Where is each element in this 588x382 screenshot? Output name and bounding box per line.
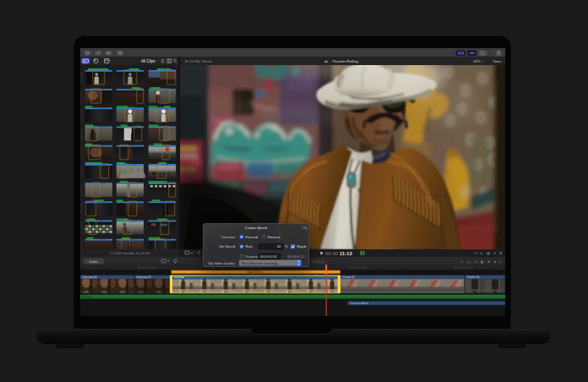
svg-text:Ripple: Ripple — [297, 244, 308, 248]
svg-text:69%: 69% — [474, 58, 482, 63]
svg-text:View: View — [493, 58, 502, 63]
svg-text:All Clips: All Clips — [141, 58, 155, 63]
svg-text:00:00:10:00: 00:00:10:00 — [141, 266, 156, 270]
svg-text:≋: ≋ — [493, 251, 496, 255]
svg-text:Direction:: Direction: — [221, 234, 236, 238]
svg-text:Index: Index — [90, 259, 98, 263]
svg-text:1 of 203 selected, 1m 54.16s: 1 of 203 selected, 1m 54.16s — [110, 252, 150, 255]
svg-text:Walking: Walking — [174, 276, 184, 279]
svg-text:11:12: 11:12 — [340, 250, 352, 255]
svg-text:4K 23.98p, Stereo: 4K 23.98p, Stereo — [185, 58, 213, 63]
svg-text:MX Intro: MX Intro — [82, 295, 92, 298]
svg-text:Drone 02: Drone 02 — [343, 276, 355, 279]
svg-text:Slow (50%) ⌵: Slow (50%) ⌵ — [247, 270, 264, 274]
svg-text:⌵: ⌵ — [501, 59, 504, 63]
svg-text:▭: ▭ — [474, 259, 477, 263]
svg-text:Rate: Rate — [246, 244, 253, 248]
svg-text:Closeup 04: Closeup 04 — [82, 276, 97, 279]
svg-text:Custom Speed: Custom Speed — [245, 226, 267, 230]
svg-text:%: % — [285, 244, 288, 248]
svg-text:00:00:01:15: 00:00:01:15 — [288, 254, 305, 258]
svg-text:Forward: Forward — [246, 234, 259, 238]
svg-text:00:00:14:00: 00:00:14:00 — [457, 266, 472, 270]
svg-text:⌵: ⌵ — [482, 59, 485, 63]
svg-text:☰: ☰ — [499, 251, 503, 255]
svg-text:⌵: ⌵ — [156, 59, 159, 63]
svg-text:Closeup 02: Closeup 02 — [136, 276, 151, 279]
svg-text:◫: ◫ — [467, 259, 471, 263]
svg-text:00:00: 00:00 — [325, 250, 338, 255]
svg-text:⊞: ⊞ — [487, 259, 490, 263]
svg-text:◧: ◧ — [481, 259, 484, 263]
svg-text:Clip Video Quality:: Clip Video Quality: — [208, 260, 236, 265]
svg-text:⟲: ⟲ — [474, 251, 477, 255]
svg-text:Reverse: Reverse — [268, 234, 281, 238]
svg-text:Set Speed:: Set Speed: — [219, 244, 236, 248]
svg-text:Profile 03: Profile 03 — [467, 276, 480, 279]
svg-text:≡: ≡ — [499, 259, 502, 263]
svg-text:✂: ✂ — [460, 259, 464, 263]
svg-text:Interview Audio: Interview Audio — [351, 302, 369, 305]
svg-text:00:00:12:00: 00:00:12:00 — [352, 266, 368, 270]
svg-text:Duration: Duration — [246, 254, 259, 258]
svg-text:50: 50 — [277, 244, 281, 248]
svg-text:Thunder Rolling: Thunder Rolling — [332, 58, 359, 63]
svg-text:Best (Machine Learning): Best (Machine Learning) — [242, 260, 278, 265]
svg-text:●: ● — [494, 259, 497, 263]
svg-text:01:55:15: 01:55:15 — [313, 259, 324, 263]
svg-text:▦: ▦ — [487, 251, 490, 255]
svg-text:⊙: ⊙ — [480, 251, 482, 255]
svg-text:00:00:02:02: 00:00:02:02 — [260, 254, 277, 258]
